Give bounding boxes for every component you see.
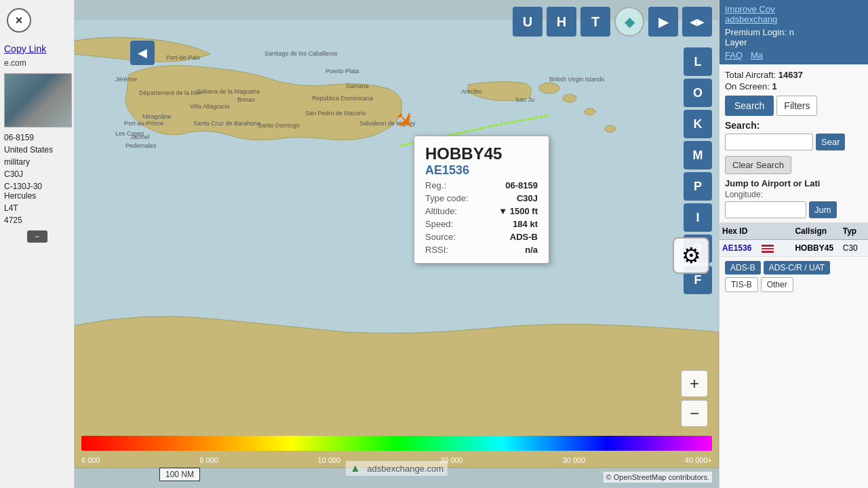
- on-screen-value: 1: [772, 81, 776, 92]
- ma-link[interactable]: Ma: [751, 50, 763, 60]
- type-header: Typ: [840, 223, 868, 239]
- on-screen-label: On Screen:: [725, 81, 770, 92]
- type-label: Type code:: [425, 193, 469, 203]
- hex-cell: AE1536: [719, 240, 759, 256]
- table-header: Hex ID Callsign Typ: [719, 223, 868, 240]
- map-background: Port-de-Paix Santiago de los Caballeros …: [75, 0, 719, 488]
- close-button[interactable]: ×: [7, 8, 31, 33]
- type-cell: C30: [840, 240, 868, 256]
- alt-label-1: 8 000: [199, 456, 218, 464]
- svg-text:Département de la Mer: Département de la Mer: [139, 89, 201, 96]
- next-button[interactable]: ▶: [648, 7, 678, 37]
- svg-point-2: [563, 94, 576, 102]
- search-input[interactable]: [725, 134, 813, 150]
- aircraft-popup: HOBBY45 AE1536 Reg.: 06-8159 Type code: …: [414, 136, 549, 264]
- layers-icon: ◆: [625, 14, 635, 30]
- svg-text:Pedernales: Pedernales: [125, 142, 157, 149]
- aircraft-thumbnail: [4, 73, 72, 127]
- close-icon: ×: [16, 14, 23, 28]
- h-button[interactable]: H: [547, 7, 576, 37]
- svg-text:Port-au-Prince: Port-au-Prince: [124, 120, 163, 127]
- p-button[interactable]: P: [684, 172, 712, 201]
- popup-hex: AE1536: [425, 163, 538, 178]
- back-arrow-button[interactable]: ◀: [130, 41, 155, 65]
- flag-cell: [759, 240, 793, 256]
- svg-text:San Pedro de Macorís: San Pedro de Macorís: [305, 110, 366, 117]
- svg-text:Santiago de los Caballeros: Santiago de los Caballeros: [264, 50, 338, 57]
- altitude-bar: [81, 436, 712, 451]
- speed-value: 184 kt: [513, 219, 538, 229]
- scroll-down-button[interactable]: −: [27, 230, 47, 243]
- callsign-cell: HOBBY45: [792, 240, 840, 256]
- u-button[interactable]: U: [513, 7, 542, 37]
- squawk-text: L4T: [0, 202, 74, 214]
- search-go-button[interactable]: Sear: [816, 134, 845, 150]
- svg-point-3: [585, 108, 595, 115]
- svg-text:Samana: Samana: [346, 83, 369, 89]
- alt-label-5: 40 000+: [685, 456, 712, 464]
- alt-label-0: 6 000: [81, 456, 100, 464]
- table-row[interactable]: AE1536 HOBBY45 C30: [719, 240, 868, 257]
- jump-label: Jump to Airport or Lati: [725, 178, 863, 188]
- speed-label: Speed:: [425, 219, 453, 229]
- m-button[interactable]: M: [684, 141, 712, 169]
- faq-link[interactable]: FAQ: [725, 50, 743, 60]
- svg-text:República Dominicana: República Dominicana: [312, 95, 373, 102]
- t-button[interactable]: T: [580, 7, 610, 37]
- svg-text:San Ju: San Ju: [515, 96, 534, 103]
- arrows-button[interactable]: ◀▶: [682, 7, 712, 37]
- svg-text:Santa Cruz de Barahona: Santa Cruz de Barahona: [193, 120, 260, 127]
- k-button[interactable]: K: [684, 110, 712, 138]
- search-tab-button[interactable]: Search: [725, 96, 774, 116]
- jump-button[interactable]: Jum: [809, 201, 837, 218]
- o-button[interactable]: O: [684, 79, 712, 107]
- attribution-text: © OpenStreetMap contributors.: [606, 473, 709, 481]
- zoom-in-button[interactable]: +: [681, 370, 708, 397]
- adsbexchange-link[interactable]: adsbexchang: [725, 14, 863, 24]
- total-aircraft-label: Total Aircraft:: [725, 70, 776, 80]
- settings-button[interactable]: ⚙: [673, 237, 709, 274]
- jump-input[interactable]: [725, 201, 806, 218]
- altitude-number: 4725: [0, 214, 74, 226]
- empty-header: [759, 223, 793, 239]
- source-legend: ADS-B ADS-C/R / UAT TIS-B Other: [719, 257, 868, 296]
- rssi-label: RSSI:: [425, 245, 448, 255]
- gear-icon: ⚙: [682, 243, 701, 268]
- aircraft-table-section: Hex ID Callsign Typ AE1536 HOBBY45 C30: [719, 223, 868, 257]
- copy-link-button[interactable]: Copy Link: [0, 41, 74, 57]
- svg-text:Villa Altagracia: Villa Altagracia: [190, 103, 230, 110]
- adsb-source-button[interactable]: ADS-B: [725, 261, 761, 274]
- type-code-text: C30J: [0, 168, 74, 180]
- svg-text:Sabana de la Maguaha: Sabana de la Maguaha: [197, 88, 260, 95]
- map-area[interactable]: Port-de-Paix Santiago de los Caballeros …: [75, 0, 719, 488]
- scale-label: 100 NM: [165, 470, 194, 479]
- scale-bar: 100 NM: [159, 468, 200, 481]
- adsc-source-button[interactable]: ADS-C/R / UAT: [764, 261, 830, 274]
- tisb-source-button[interactable]: TIS-B: [725, 277, 758, 292]
- scroll-down-icon: −: [35, 232, 39, 241]
- i-button[interactable]: I: [684, 203, 712, 232]
- map-top-controls: U H T ◆ ▶ ◀▶: [513, 7, 712, 37]
- hex-id-header: Hex ID: [719, 223, 759, 239]
- improve-coverage-link[interactable]: Improve Cov: [725, 4, 863, 14]
- zoom-out-button[interactable]: −: [681, 400, 708, 427]
- svg-text:Miragoâne: Miragoâne: [142, 113, 172, 120]
- svg-text:Port-de-Paix: Port-de-Paix: [166, 54, 201, 61]
- filters-button[interactable]: Filters: [776, 96, 817, 116]
- other-source-button[interactable]: Other: [761, 277, 793, 292]
- full-name-text: C-130J-30 Hercules: [0, 180, 74, 202]
- l-button[interactable]: L: [684, 47, 712, 76]
- zoom-controls: + −: [681, 370, 708, 427]
- svg-point-4: [605, 125, 616, 132]
- right-panel: Improve Cov adsbexchang Premium Login: n…: [719, 0, 868, 488]
- search-label: Search:: [725, 120, 863, 131]
- clear-search-button[interactable]: Clear Search: [725, 156, 791, 174]
- map-attribution: © OpenStreetMap contributors.: [604, 472, 712, 483]
- layers-button[interactable]: ◆: [614, 7, 644, 37]
- layer-text: Layer: [725, 37, 747, 47]
- altitude-label: Altitude:: [425, 206, 457, 216]
- reg-value: 06-8159: [505, 180, 538, 190]
- svg-text:British Virgin Islands: British Virgin Islands: [549, 76, 605, 83]
- left-panel: × Copy Link e.com 06-8159 United States …: [0, 0, 75, 488]
- stats-section: Total Aircraft: 14637 On Screen: 1 Searc…: [719, 64, 868, 223]
